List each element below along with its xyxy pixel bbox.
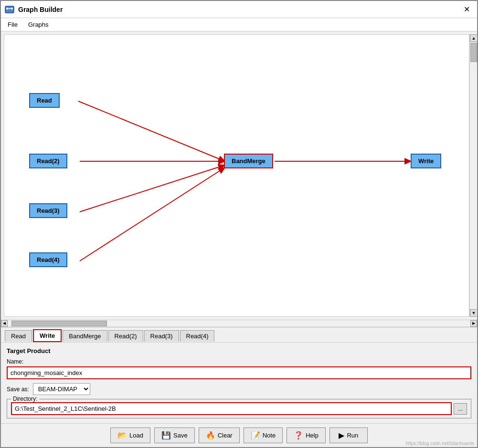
svg-line-7 bbox=[80, 165, 225, 212]
browse-button[interactable]: ... bbox=[454, 403, 467, 415]
vertical-scrollbar[interactable]: ▲ ▼ bbox=[469, 34, 477, 317]
node-write[interactable]: Write bbox=[411, 154, 441, 168]
scroll-down-btn[interactable]: ▼ bbox=[470, 309, 478, 317]
node-read2[interactable]: Read(2) bbox=[29, 154, 67, 168]
note-button[interactable]: 📝 Note bbox=[244, 427, 283, 443]
graph-area-container: Read Read(2) Read(3) Read(4) BandMerge W… bbox=[1, 31, 477, 320]
note-icon: 📝 bbox=[251, 431, 260, 440]
tab-write[interactable]: Write bbox=[33, 329, 62, 342]
section-title: Target Product bbox=[7, 347, 471, 354]
directory-input[interactable] bbox=[11, 402, 452, 415]
tab-read[interactable]: Read bbox=[5, 330, 32, 342]
bottom-panel: Read Write BandMerge Read(2) Read(3) Rea… bbox=[1, 326, 477, 447]
node-bandmerge[interactable]: BandMerge bbox=[224, 154, 273, 168]
tab-read4[interactable]: Read(4) bbox=[180, 330, 215, 342]
horizontal-scrollbar[interactable]: ◀ ▶ bbox=[1, 320, 477, 326]
close-button[interactable]: ✕ bbox=[460, 3, 473, 16]
graph-canvas[interactable]: Read Read(2) Read(3) Read(4) BandMerge W… bbox=[4, 34, 469, 317]
scroll-thumb-v[interactable] bbox=[470, 43, 477, 62]
svg-line-5 bbox=[78, 101, 225, 161]
tab-read2[interactable]: Read(2) bbox=[108, 330, 143, 342]
node-read4[interactable]: Read(4) bbox=[29, 252, 67, 267]
arrows-svg bbox=[4, 35, 469, 316]
menu-bar: File Graphs bbox=[1, 18, 477, 31]
name-input[interactable] bbox=[7, 366, 471, 379]
title-bar: Graph Builder ✕ bbox=[1, 1, 477, 18]
save-button[interactable]: 💾 Save bbox=[154, 427, 195, 443]
scroll-left-btn[interactable]: ◀ bbox=[1, 320, 8, 327]
svg-point-1 bbox=[6, 8, 8, 10]
clear-button[interactable]: 🔥 Clear bbox=[199, 427, 240, 443]
tab-content: Target Product Name: Save as: BEAM-DIMAP… bbox=[1, 343, 477, 423]
scroll-thumb-h[interactable] bbox=[11, 321, 107, 326]
svg-rect-0 bbox=[5, 6, 14, 13]
scroll-up-btn[interactable]: ▲ bbox=[470, 34, 478, 42]
main-window: Graph Builder ✕ File Graphs bbox=[0, 0, 478, 448]
help-button[interactable]: ❓ Help bbox=[287, 427, 326, 443]
app-icon bbox=[5, 5, 14, 14]
scroll-track-v bbox=[470, 42, 477, 309]
window-title: Graph Builder bbox=[18, 6, 63, 13]
save-as-row: Save as: BEAM-DIMAP GeoTIFF NetCDF bbox=[7, 383, 471, 395]
directory-legend: Directory: bbox=[11, 396, 39, 402]
tabs-bar: Read Write BandMerge Read(2) Read(3) Rea… bbox=[1, 327, 477, 343]
load-button[interactable]: 📂 Load bbox=[110, 427, 150, 443]
directory-group: Directory: ... bbox=[7, 399, 471, 418]
watermark: https://blog.csdn.net/lidanhuanle bbox=[406, 441, 474, 446]
tab-read3[interactable]: Read(3) bbox=[144, 330, 179, 342]
node-read[interactable]: Read bbox=[29, 93, 60, 108]
run-icon: ▶ bbox=[339, 431, 344, 440]
menu-graphs[interactable]: Graphs bbox=[23, 20, 53, 30]
directory-row: ... bbox=[11, 402, 467, 415]
title-bar-left: Graph Builder bbox=[5, 5, 63, 14]
node-read3[interactable]: Read(3) bbox=[29, 203, 67, 218]
menu-file[interactable]: File bbox=[3, 20, 22, 30]
svg-point-2 bbox=[11, 8, 13, 10]
save-as-select[interactable]: BEAM-DIMAP GeoTIFF NetCDF bbox=[33, 383, 90, 395]
run-button[interactable]: ▶ Run bbox=[329, 427, 368, 443]
name-label: Name: bbox=[7, 358, 471, 365]
clear-icon: 🔥 bbox=[206, 431, 215, 440]
tab-bandmerge[interactable]: BandMerge bbox=[63, 330, 107, 342]
scroll-track-h bbox=[8, 320, 470, 327]
save-as-label: Save as: bbox=[7, 386, 29, 393]
load-icon: 📂 bbox=[117, 431, 127, 440]
help-icon: ❓ bbox=[294, 431, 303, 440]
save-icon: 💾 bbox=[161, 431, 171, 440]
svg-line-8 bbox=[80, 167, 225, 261]
scroll-right-btn[interactable]: ▶ bbox=[470, 320, 477, 327]
